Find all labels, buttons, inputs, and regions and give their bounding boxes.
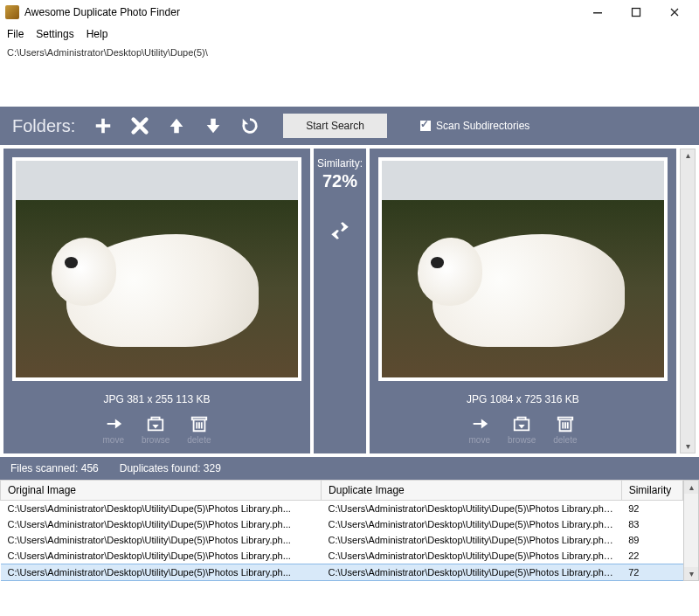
- scan-subdirectories-checkbox[interactable]: Scan Subdirectories: [420, 120, 529, 132]
- folders-label: Folders:: [12, 116, 75, 136]
- cell-dup: C:\Users\Administrator\Desktop\Utility\D…: [322, 516, 622, 532]
- menu-help[interactable]: Help: [87, 28, 108, 40]
- cell-sim: 22: [621, 548, 682, 564]
- browse-duplicate-button[interactable]: browse: [508, 414, 536, 445]
- cell-dup: C:\Users\Administrator\Desktop\Utility\D…: [322, 501, 622, 517]
- app-icon: [5, 5, 19, 19]
- browse-original-button[interactable]: browse: [142, 414, 170, 445]
- svg-rect-0: [593, 12, 602, 14]
- cell-orig: C:\Users\Administrator\Desktop\Utility\D…: [1, 548, 322, 564]
- preview-scrollbar[interactable]: ▴ ▾: [680, 149, 696, 453]
- similarity-label: Similarity:: [317, 157, 363, 170]
- col-header-duplicate[interactable]: Duplicate Image: [322, 481, 622, 501]
- move-down-icon[interactable]: [201, 114, 225, 138]
- cell-sim: 83: [621, 516, 682, 532]
- remove-folder-icon[interactable]: [128, 114, 152, 138]
- close-button[interactable]: [655, 0, 694, 24]
- table-row[interactable]: C:\Users\Administrator\Desktop\Utility\D…: [1, 564, 683, 581]
- table-row[interactable]: C:\Users\Administrator\Desktop\Utility\D…: [1, 516, 683, 532]
- move-original-button[interactable]: move: [103, 414, 124, 445]
- delete-original-button[interactable]: delete: [187, 414, 211, 445]
- duplicate-thumbnail[interactable]: [378, 157, 668, 381]
- menu-file[interactable]: File: [7, 28, 24, 40]
- scroll-down-icon[interactable]: ▾: [689, 567, 694, 580]
- comparison-pane: JPG 381 x 255 113 KB move browse delete …: [0, 145, 699, 457]
- swap-icon[interactable]: [329, 191, 351, 245]
- similarity-value: 72%: [322, 171, 357, 191]
- cell-sim: 89: [621, 532, 682, 548]
- original-image-meta: JPG 381 x 255 113 KB: [103, 393, 210, 405]
- scroll-up-icon[interactable]: ▴: [689, 481, 694, 494]
- cell-dup: C:\Users\Administrator\Desktop\Utility\D…: [322, 564, 622, 581]
- svg-rect-1: [633, 8, 640, 16]
- folders-toolbar: Folders: Start Search Scan Subdirectorie…: [0, 107, 699, 145]
- scroll-up-icon[interactable]: ▴: [686, 151, 690, 160]
- menu-settings[interactable]: Settings: [36, 28, 73, 40]
- cell-orig: C:\Users\Administrator\Desktop\Utility\D…: [1, 501, 322, 517]
- col-header-similarity[interactable]: Similarity: [621, 481, 682, 501]
- original-image-panel: JPG 381 x 255 113 KB move browse delete: [3, 149, 310, 453]
- original-thumbnail[interactable]: [12, 157, 301, 381]
- table-header-row: Original Image Duplicate Image Similarit…: [1, 481, 683, 501]
- move-duplicate-button[interactable]: move: [469, 414, 490, 445]
- duplicate-image-panel: JPG 1084 x 725 316 KB move browse delete: [370, 149, 676, 453]
- cell-orig: C:\Users\Administrator\Desktop\Utility\D…: [1, 532, 322, 548]
- cell-dup: C:\Users\Administrator\Desktop\Utility\D…: [322, 548, 622, 564]
- folder-path: C:\Users\Administrator\Desktop\Utility\D…: [0, 44, 699, 63]
- files-scanned-label: Files scanned: 456: [10, 462, 99, 474]
- titlebar: Awesome Duplicate Photo Finder: [0, 0, 699, 24]
- table-scrollbar[interactable]: ▴ ▾: [683, 480, 699, 581]
- cell-sim: 72: [621, 564, 682, 581]
- scan-subdirectories-label: Scan Subdirectories: [436, 120, 529, 132]
- status-bar: Files scanned: 456 Duplicates found: 329: [0, 457, 699, 480]
- similarity-panel: Similarity: 72%: [314, 149, 366, 453]
- table-row[interactable]: C:\Users\Administrator\Desktop\Utility\D…: [1, 548, 683, 564]
- scroll-down-icon[interactable]: ▾: [686, 442, 690, 451]
- start-search-button[interactable]: Start Search: [283, 114, 387, 138]
- results-table: Original Image Duplicate Image Similarit…: [0, 480, 683, 581]
- refresh-icon[interactable]: [238, 114, 262, 138]
- window-title: Awesome Duplicate Photo Finder: [24, 6, 180, 18]
- duplicates-found-label: Duplicates found: 329: [120, 462, 221, 474]
- minimize-button[interactable]: [578, 0, 617, 24]
- move-up-icon[interactable]: [164, 114, 189, 138]
- table-row[interactable]: C:\Users\Administrator\Desktop\Utility\D…: [1, 532, 683, 548]
- results-wrap: Original Image Duplicate Image Similarit…: [0, 480, 699, 581]
- col-header-original[interactable]: Original Image: [1, 481, 322, 501]
- add-folder-icon[interactable]: [91, 114, 115, 138]
- cell-dup: C:\Users\Administrator\Desktop\Utility\D…: [322, 532, 622, 548]
- checkbox-checked-icon: [420, 121, 431, 131]
- delete-duplicate-button[interactable]: delete: [553, 414, 577, 445]
- menubar: File Settings Help: [0, 24, 699, 44]
- cell-orig: C:\Users\Administrator\Desktop\Utility\D…: [1, 516, 322, 532]
- table-row[interactable]: C:\Users\Administrator\Desktop\Utility\D…: [1, 501, 683, 517]
- maximize-button[interactable]: [617, 0, 655, 24]
- cell-sim: 92: [621, 501, 682, 517]
- cell-orig: C:\Users\Administrator\Desktop\Utility\D…: [1, 564, 322, 581]
- duplicate-image-meta: JPG 1084 x 725 316 KB: [467, 393, 579, 405]
